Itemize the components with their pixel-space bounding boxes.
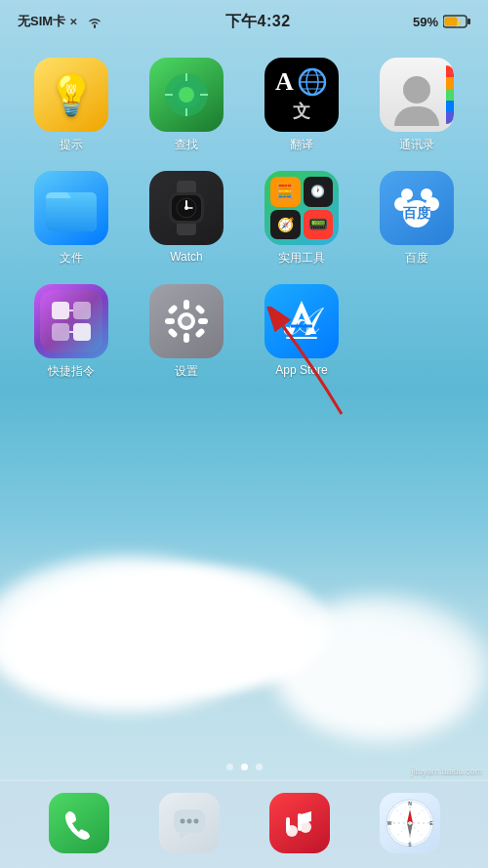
home-screen: 💡 提示 查找 xyxy=(0,43,488,780)
find-svg xyxy=(158,66,215,123)
svg-rect-35 xyxy=(73,302,91,319)
settings-svg xyxy=(161,296,212,347)
app-utilities[interactable]: 🧮 🕐 🧭 📟 实用工具 xyxy=(248,171,355,267)
svg-rect-33 xyxy=(40,290,102,352)
music-icon xyxy=(269,793,330,853)
baidu-svg: 百度 xyxy=(387,179,446,237)
baidu-label: 百度 xyxy=(405,250,428,267)
svg-text:⚡: ⚡ xyxy=(455,19,464,27)
svg-point-41 xyxy=(182,316,191,326)
find-label: 查找 xyxy=(175,137,198,153)
svg-text:百度: 百度 xyxy=(403,205,431,221)
files-label: 文件 xyxy=(60,250,83,267)
utilities-label: 实用工具 xyxy=(278,250,325,267)
svg-rect-34 xyxy=(52,302,69,319)
music-svg xyxy=(282,806,317,841)
shortcuts-icon xyxy=(34,284,108,358)
watermark: jituyam.baidu.com xyxy=(411,766,482,776)
app-find[interactable]: 查找 xyxy=(133,58,240,153)
svg-rect-46 xyxy=(167,304,178,314)
page-dot-3[interactable] xyxy=(256,764,263,770)
svg-point-7 xyxy=(179,87,194,103)
status-time: 下午4:32 xyxy=(225,12,291,32)
files-svg xyxy=(40,177,102,239)
find-icon xyxy=(149,58,224,132)
svg-point-30 xyxy=(401,188,413,200)
messages-svg xyxy=(171,805,208,842)
dock-phone[interactable] xyxy=(49,793,109,853)
settings-label: 设置 xyxy=(175,363,198,380)
appstore-label: App Store xyxy=(275,363,327,377)
svg-rect-60 xyxy=(286,817,290,831)
contacts-icon xyxy=(380,58,454,132)
app-watch[interactable]: Watch xyxy=(133,171,240,267)
reminders-label: 提示 xyxy=(60,137,83,153)
app-grid: 💡 提示 查找 xyxy=(10,53,478,385)
shortcuts-svg xyxy=(40,290,102,352)
svg-point-54 xyxy=(180,818,184,823)
app-reminders[interactable]: 💡 提示 xyxy=(18,58,125,153)
shortcuts-label: 快捷指令 xyxy=(48,363,95,380)
phone-icon xyxy=(49,793,109,853)
app-appstore[interactable]: 𝒜 App Store xyxy=(248,284,355,380)
appstore-icon: 𝒜 xyxy=(264,284,339,358)
svg-rect-47 xyxy=(194,304,205,314)
app-contacts[interactable]: 通讯录 xyxy=(363,58,470,153)
watch-svg xyxy=(155,177,218,239)
app-baidu[interactable]: 百度 百度 xyxy=(363,171,470,267)
svg-point-31 xyxy=(421,188,432,200)
carrier-label: 无SIM卡 xyxy=(18,13,65,30)
svg-rect-45 xyxy=(198,318,208,324)
svg-point-26 xyxy=(184,206,188,210)
safari-svg: N S E W xyxy=(385,798,435,848)
svg-rect-37 xyxy=(73,323,91,341)
settings-icon xyxy=(149,284,224,358)
dock-safari[interactable]: N S E W xyxy=(380,793,440,853)
dock-music[interactable] xyxy=(269,793,330,853)
appstore-svg: 𝒜 xyxy=(273,293,330,350)
battery-icon: ⚡ xyxy=(443,15,470,28)
svg-text:N: N xyxy=(408,801,412,806)
watch-label: Watch xyxy=(170,250,203,264)
svg-point-55 xyxy=(186,818,191,823)
svg-rect-48 xyxy=(167,327,178,338)
app-shortcuts[interactable]: 快捷指令 xyxy=(18,284,125,380)
svg-rect-43 xyxy=(183,333,189,343)
svg-rect-20 xyxy=(177,222,196,235)
page-dot-1[interactable] xyxy=(226,764,233,770)
utilities-icon: 🧮 🕐 🧭 📟 xyxy=(264,171,339,245)
svg-point-56 xyxy=(193,818,198,823)
signal-icon: ✕ xyxy=(69,16,83,27)
status-left: 无SIM卡 ✕ xyxy=(18,13,102,30)
translate-label: 翻译 xyxy=(290,137,313,153)
svg-text:W: W xyxy=(386,820,391,826)
contacts-label: 通讯录 xyxy=(399,137,434,153)
dock-messages[interactable] xyxy=(159,793,220,853)
find-inner xyxy=(149,58,224,132)
page-dot-2[interactable] xyxy=(241,764,248,770)
safari-icon: N S E W xyxy=(380,793,440,853)
status-bar: 无SIM卡 ✕ 下午4:32 59% ⚡ xyxy=(0,0,488,43)
wifi-icon xyxy=(87,16,102,28)
app-translate[interactable]: A 文 翻译 xyxy=(248,58,355,153)
svg-text:✕: ✕ xyxy=(69,17,77,27)
translate-globe-svg xyxy=(297,66,328,98)
svg-rect-36 xyxy=(52,323,69,341)
svg-rect-44 xyxy=(165,318,175,324)
translate-icon: A 文 xyxy=(264,58,339,132)
dock: N S E W xyxy=(0,780,488,868)
svg-rect-42 xyxy=(183,300,189,310)
svg-rect-49 xyxy=(194,327,205,338)
status-right: 59% ⚡ xyxy=(413,15,470,29)
svg-rect-2 xyxy=(468,19,470,24)
app-settings[interactable]: 设置 xyxy=(133,284,240,380)
battery-label: 59% xyxy=(413,15,438,29)
watch-icon xyxy=(149,171,224,245)
svg-rect-19 xyxy=(177,181,196,194)
phone-svg xyxy=(61,806,97,841)
baidu-icon: 百度 xyxy=(380,171,454,245)
app-files[interactable]: 文件 xyxy=(18,171,125,267)
files-icon xyxy=(34,171,108,245)
messages-icon xyxy=(159,793,220,853)
reminders-icon: 💡 xyxy=(34,58,108,132)
